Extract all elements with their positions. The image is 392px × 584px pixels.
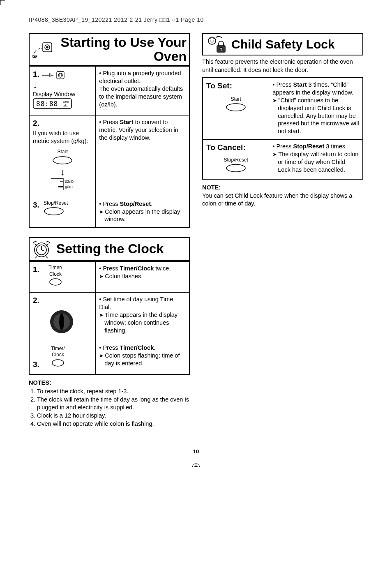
- svg-point-12: [53, 157, 72, 164]
- svg-text:Time/: Time/: [35, 318, 45, 322]
- step-sub: Colon stops flashing; time of day is ent…: [104, 352, 186, 367]
- svg-text:Sensor: Sensor: [74, 318, 86, 322]
- child-lock-icon: [205, 35, 228, 54]
- time-dial-icon: Time/WeightSensorMenu: [33, 309, 92, 337]
- timer-clock-caption: Timer/ Clock: [48, 265, 62, 277]
- note-item: To reset the clock, repeat step 1-3.: [37, 388, 190, 396]
- step-number: 1.: [33, 70, 39, 78]
- clock-title-box: Setting the Clock: [29, 237, 190, 261]
- step-sub: "Child" continues to be displayed until …: [278, 97, 359, 135]
- step-desc: • Press Start 3 times. “Child” appears i…: [272, 81, 359, 97]
- display-window-label: Display Window: [33, 90, 92, 98]
- step-desc: • Press Stop/Reset 3 times.: [272, 143, 359, 150]
- svg-text:Menu: Menu: [76, 322, 85, 326]
- svg-point-27: [59, 314, 64, 330]
- step-sub: Colon flashes.: [104, 272, 186, 280]
- child-lock-note: NOTE: You can set Child Lock feature whe…: [202, 184, 363, 208]
- svg-text:oz/lb: oz/lb: [65, 179, 74, 184]
- svg-line-22: [35, 256, 37, 258]
- unit-toggle-icon: oz/lbg/kg: [50, 185, 75, 192]
- plug-outlet-icon: [41, 72, 66, 78]
- arrow-down-icon: ↓: [33, 168, 92, 177]
- starting-title-box: Starting to Use Your Oven: [29, 33, 190, 66]
- timer-clock-button-icon: [51, 359, 65, 367]
- print-header: IP4088_3BE30AP_19_120221 2012-2-21 Jerry…: [29, 16, 363, 23]
- step-number: 3.: [33, 201, 39, 209]
- svg-point-2: [46, 46, 48, 48]
- child-lock-intro: This feature prevents the electronic ope…: [202, 58, 363, 74]
- note-item: The clock will retain the time of day as…: [37, 396, 190, 412]
- timer-clock-caption: Timer/ Clock: [51, 346, 65, 358]
- step-number: 3.: [33, 360, 39, 369]
- crop-mark-icon: [0, 0, 5, 5]
- notes-heading: NOTES:: [29, 379, 51, 386]
- child-lock-title: Child Safety Lock: [231, 38, 360, 51]
- svg-line-23: [46, 256, 48, 258]
- step-desc: • Press Start to convert to metric. Veri…: [99, 119, 178, 141]
- svg-point-32: [52, 360, 64, 366]
- starting-title: Starting to Use Your Oven: [58, 36, 187, 63]
- svg-text:Weight: Weight: [35, 322, 47, 326]
- start-button-icon: [226, 103, 246, 112]
- child-lock-table: To Set: Start • Press Start 3 times. “Ch…: [202, 77, 363, 180]
- step-left-label: If you wish to use metric system (g/kg):: [33, 129, 92, 145]
- svg-point-38: [226, 164, 245, 172]
- note-item: Oven will not operate while colon is fla…: [37, 420, 190, 428]
- step-desc: • Set time of day using Time Dial.: [99, 295, 186, 311]
- step-desc: • Press Stop/Reset.: [99, 200, 186, 208]
- child-lock-title-box: Child Safety Lock: [202, 33, 363, 55]
- svg-point-24: [50, 279, 61, 285]
- clock-table: 1. Timer/ Clock • Press Timer/Clock twic…: [29, 261, 190, 374]
- svg-point-37: [226, 104, 245, 111]
- svg-text:oz/lb: oz/lb: [63, 100, 69, 103]
- clock-notes: NOTES: To reset the clock, repeat step 1…: [29, 379, 190, 428]
- step-desc: • Press Timer/Clock twice.: [99, 265, 186, 272]
- start-button-caption: Start: [33, 149, 92, 155]
- svg-text:g/kg: g/kg: [63, 104, 68, 107]
- step-desc: • Plug into a properly grounded electric…: [96, 66, 189, 115]
- clock-title: Setting the Clock: [56, 242, 187, 256]
- to-set-heading: To Set:: [206, 81, 265, 91]
- page-number: 10: [29, 448, 363, 455]
- step-desc: • Press Timer/Clock.: [99, 344, 186, 352]
- svg-point-17: [44, 208, 63, 215]
- svg-point-35: [220, 48, 222, 50]
- seven-seg-display-icon: 88:88oz/lbg/kg: [33, 98, 92, 111]
- step-number: 1.: [33, 265, 39, 274]
- start-button-icon: [52, 156, 73, 165]
- timer-clock-button-icon: [48, 278, 62, 286]
- starting-table: 1. ↓ Display Window 88:88oz/lbg/kg • Plu…: [29, 66, 190, 228]
- svg-rect-4: [57, 72, 64, 79]
- oven-plug-icon: [32, 40, 55, 59]
- arrow-down-icon: ↓: [33, 81, 92, 90]
- start-button-caption: Start: [206, 96, 265, 103]
- alarm-clock-icon: [30, 240, 53, 259]
- svg-line-21: [42, 250, 44, 251]
- note-heading: NOTE:: [202, 184, 221, 191]
- stop-reset-caption: Stop/Reset: [206, 157, 265, 164]
- stop-reset-caption: Stop/Reset: [44, 200, 68, 207]
- step-sub: Colon appears in the display window.: [104, 208, 186, 224]
- to-cancel-heading: To Cancel:: [206, 143, 265, 153]
- step-sub: The display will return to colon or time…: [278, 150, 359, 174]
- svg-text:88:88: 88:88: [36, 100, 58, 108]
- svg-text:g/kg: g/kg: [65, 185, 73, 189]
- stop-reset-button-icon: [226, 164, 246, 173]
- stop-reset-button-icon: [44, 207, 64, 216]
- registration-mark-icon: [191, 463, 201, 467]
- note-text: You can set Child Lock feature when the …: [202, 192, 352, 207]
- note-item: Clock is a 12 hour display.: [37, 412, 190, 420]
- step-sub: Time appears in the display window; colo…: [104, 311, 186, 335]
- step-number: 2.: [33, 119, 39, 127]
- step-number: 2.: [33, 296, 39, 305]
